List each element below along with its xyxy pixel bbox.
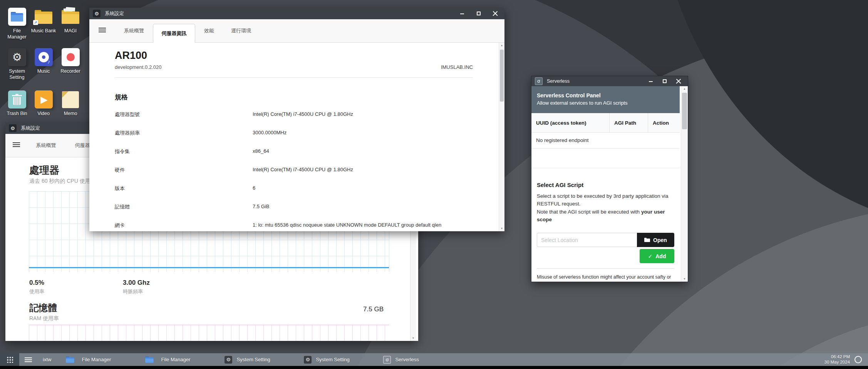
desktop-icon-label: MAGI: [58, 28, 83, 34]
close-button[interactable]: [493, 11, 498, 16]
ram-usage-chart: [29, 325, 389, 341]
spec-value: Intel(R) Core(TM) i7-4500U CPU @ 1.80GHz: [253, 111, 353, 117]
spec-value: 7.5 GiB: [253, 204, 269, 209]
desktop-icon-trash-bin[interactable]: Trash Bin: [4, 90, 30, 117]
desktop-icon-label: Trash Bin: [4, 111, 30, 117]
window-content: Serverless Control Panel Allow external …: [531, 86, 688, 282]
cpu-usage-value: 0.5%: [29, 279, 44, 287]
select-agi-description: Select a script to be executed by 3rd pa…: [537, 192, 675, 224]
shortcut-arrow-icon: ↗: [33, 20, 38, 25]
serverless-panel-header: Serverless Control Panel Allow external …: [531, 86, 680, 113]
vendor: IMUSLAB.INC: [441, 64, 473, 70]
spec-value: x86_64: [253, 148, 269, 154]
open-button-label: Open: [653, 237, 667, 243]
close-button[interactable]: [676, 78, 681, 84]
desktop-icon-memo[interactable]: Memo: [58, 90, 83, 117]
divider: [115, 77, 473, 78]
system-setting-gear-icon: ⚙: [8, 48, 26, 66]
titlebar[interactable]: σ Serverless: [531, 76, 688, 86]
taskbar: ixtw File Manager File Manager ⚙ System …: [0, 353, 868, 366]
app-launcher-button[interactable]: [0, 353, 19, 366]
username: ixtw: [43, 357, 51, 362]
spec-value: 1: lo: mtu 65536 qdisc noqueue state UNK…: [253, 222, 441, 228]
window-title: Serverless: [547, 78, 570, 84]
divider: [531, 168, 680, 168]
desktop-icon-magi[interactable]: MAGI: [58, 8, 83, 34]
taskbar-item-system-setting-1[interactable]: ⚙ System Setting: [225, 356, 289, 364]
taskbar-item-label: System Setting: [316, 357, 349, 362]
add-button-label: Add: [655, 253, 666, 259]
power-circle-icon[interactable]: [855, 356, 862, 363]
taskbar-item-system-setting-2[interactable]: ⚙ System Setting: [304, 356, 369, 364]
maximize-button[interactable]: [476, 11, 481, 16]
cpu-heading: 處理器: [29, 164, 59, 177]
gear-icon: ⚙: [9, 124, 17, 132]
description-line2: Note that the AGI script will be execute…: [537, 209, 641, 215]
tab-performance[interactable]: 效能: [203, 19, 215, 42]
desktop-icon-file-manager[interactable]: File Manager: [4, 8, 30, 40]
add-button[interactable]: ✓ Add: [640, 249, 674, 263]
serverless-icon: σ: [535, 77, 543, 85]
cpu-usage-line: [29, 267, 389, 268]
maximize-button[interactable]: [662, 78, 667, 84]
scrollbar[interactable]: ▲ ▼: [499, 43, 504, 231]
desktop-icon-recorder[interactable]: Recorder: [58, 48, 83, 75]
panel-title: Serverless Control Panel: [537, 86, 674, 99]
minimize-button[interactable]: [648, 78, 654, 84]
taskbar-clock: 06:42 PM 30 May 2024: [824, 354, 850, 365]
scroll-thumb[interactable]: [682, 93, 687, 129]
menu-icon[interactable]: [13, 142, 20, 148]
serverless-window: σ Serverless Serverless Control Panel Al…: [531, 76, 688, 282]
spec-label: 網卡: [115, 222, 125, 229]
spec-label: 指令集: [115, 148, 130, 155]
desktop-icon-label: Memo: [58, 111, 83, 117]
clock-time: 06:42 PM: [824, 354, 850, 360]
spec-value: Intel(R) Core(TM) i7-4500U CPU @ 1.80GHz: [253, 167, 353, 172]
gear-icon: ⚙: [304, 356, 312, 364]
desktop-icon-label: Music: [31, 68, 56, 75]
column-agi-path: AGI Path: [610, 113, 648, 132]
scrollbar[interactable]: ▲ ▼: [681, 86, 688, 282]
system-setting-window-front: ⚙ 系統設定 系統概覽 伺服器資訊 效能 運行環境 AR100 developm…: [89, 8, 504, 231]
taskbar-item-serverless[interactable]: σ Serverless: [383, 356, 448, 364]
recorder-icon: [62, 48, 80, 66]
ram-total-value: 7.5 GB: [363, 306, 384, 313]
gear-icon: ⚙: [225, 356, 232, 364]
scroll-up-icon[interactable]: ▲: [681, 86, 688, 92]
open-button[interactable]: Open: [637, 233, 674, 247]
tab-system-overview[interactable]: 系統概覽: [122, 19, 146, 42]
spec-row: 處理器頻率 3000.0000MHz: [115, 130, 493, 137]
scroll-down-icon[interactable]: ▼: [499, 226, 504, 231]
spec-value: 3000.0000MHz: [253, 130, 287, 135]
desktop-icon-system-setting[interactable]: ⚙ System Setting: [4, 48, 30, 80]
spec-row: 處理器型號 Intel(R) Core(TM) i7-4500U CPU @ 1…: [115, 111, 493, 119]
scroll-thumb[interactable]: [500, 50, 504, 102]
tab-system-overview[interactable]: 系統概覽: [30, 134, 62, 157]
scroll-up-icon[interactable]: ▲: [499, 43, 504, 48]
spec-label: 硬件: [115, 167, 125, 174]
desktop-icon-video[interactable]: ▶ Video: [31, 90, 56, 117]
folder-icon: [66, 356, 74, 363]
minimize-button[interactable]: [459, 11, 465, 16]
music-bank-folder-icon: ↗: [35, 8, 53, 26]
taskbar-menu-icon[interactable]: [25, 357, 32, 362]
scroll-down-icon[interactable]: ▼: [681, 276, 688, 282]
script-location-input[interactable]: [537, 233, 637, 247]
column-action: Action: [648, 113, 680, 132]
build-version: development.0.2.020: [115, 64, 161, 70]
desktop-icon-music[interactable]: ♪ Music: [31, 48, 56, 75]
tab-runtime-env[interactable]: 運行環境: [230, 19, 252, 42]
titlebar[interactable]: ⚙ 系統設定: [89, 8, 504, 19]
taskbar-item-file-manager-1[interactable]: File Manager: [66, 355, 131, 364]
warning-text: Misuse of serverless function might affe…: [537, 273, 675, 282]
menu-icon[interactable]: [99, 28, 106, 33]
taskbar-item-file-manager-2[interactable]: File Manager: [145, 355, 210, 364]
trash-icon: [8, 90, 26, 109]
tab-server-info-active[interactable]: 伺服器資訊: [153, 24, 195, 43]
scroll-down-icon[interactable]: ▼: [411, 336, 416, 341]
window-content: AR100 development.0.2.020 IMUSLAB.INC 規格…: [89, 43, 504, 231]
desktop-icon-music-bank[interactable]: ↗ Music Bank: [31, 8, 56, 34]
grid-icon: [7, 356, 13, 363]
desktop-icon-label: System Setting: [4, 68, 30, 80]
desktop-icon-label: Recorder: [58, 68, 83, 75]
